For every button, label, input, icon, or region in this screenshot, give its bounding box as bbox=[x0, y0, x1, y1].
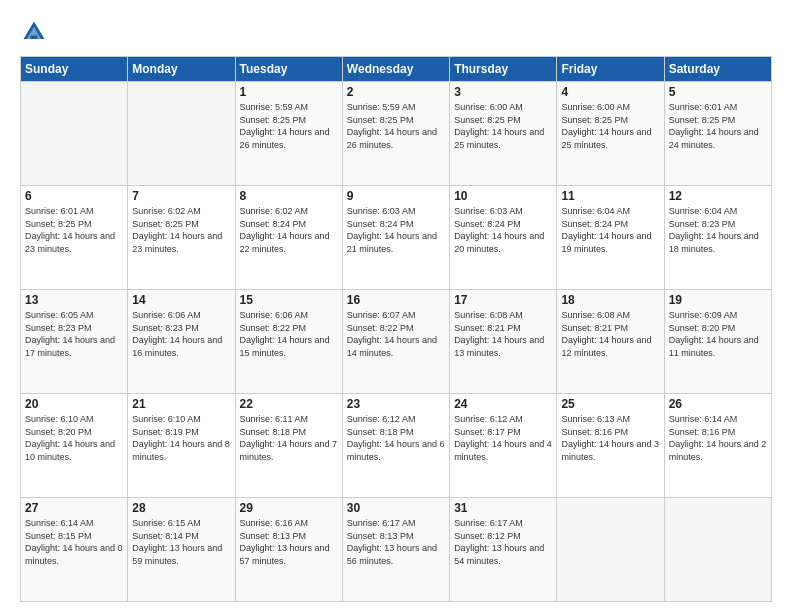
col-thursday: Thursday bbox=[450, 57, 557, 82]
table-row: 3Sunrise: 6:00 AM Sunset: 8:25 PM Daylig… bbox=[450, 82, 557, 186]
table-row: 20Sunrise: 6:10 AM Sunset: 8:20 PM Dayli… bbox=[21, 394, 128, 498]
col-monday: Monday bbox=[128, 57, 235, 82]
day-number: 27 bbox=[25, 501, 123, 515]
table-row: 7Sunrise: 6:02 AM Sunset: 8:25 PM Daylig… bbox=[128, 186, 235, 290]
calendar-week-row: 27Sunrise: 6:14 AM Sunset: 8:15 PM Dayli… bbox=[21, 498, 772, 602]
day-info: Sunrise: 6:12 AM Sunset: 8:17 PM Dayligh… bbox=[454, 413, 552, 463]
day-info: Sunrise: 6:02 AM Sunset: 8:24 PM Dayligh… bbox=[240, 205, 338, 255]
table-row bbox=[664, 498, 771, 602]
table-row: 26Sunrise: 6:14 AM Sunset: 8:16 PM Dayli… bbox=[664, 394, 771, 498]
day-info: Sunrise: 6:06 AM Sunset: 8:23 PM Dayligh… bbox=[132, 309, 230, 359]
day-number: 23 bbox=[347, 397, 445, 411]
day-info: Sunrise: 6:08 AM Sunset: 8:21 PM Dayligh… bbox=[454, 309, 552, 359]
calendar-week-row: 20Sunrise: 6:10 AM Sunset: 8:20 PM Dayli… bbox=[21, 394, 772, 498]
table-row: 31Sunrise: 6:17 AM Sunset: 8:12 PM Dayli… bbox=[450, 498, 557, 602]
day-number: 17 bbox=[454, 293, 552, 307]
day-info: Sunrise: 6:11 AM Sunset: 8:18 PM Dayligh… bbox=[240, 413, 338, 463]
table-row: 24Sunrise: 6:12 AM Sunset: 8:17 PM Dayli… bbox=[450, 394, 557, 498]
day-number: 14 bbox=[132, 293, 230, 307]
table-row: 5Sunrise: 6:01 AM Sunset: 8:25 PM Daylig… bbox=[664, 82, 771, 186]
day-number: 24 bbox=[454, 397, 552, 411]
logo bbox=[20, 18, 52, 46]
table-row: 22Sunrise: 6:11 AM Sunset: 8:18 PM Dayli… bbox=[235, 394, 342, 498]
table-row: 2Sunrise: 5:59 AM Sunset: 8:25 PM Daylig… bbox=[342, 82, 449, 186]
col-tuesday: Tuesday bbox=[235, 57, 342, 82]
table-row: 21Sunrise: 6:10 AM Sunset: 8:19 PM Dayli… bbox=[128, 394, 235, 498]
day-number: 9 bbox=[347, 189, 445, 203]
table-row: 29Sunrise: 6:16 AM Sunset: 8:13 PM Dayli… bbox=[235, 498, 342, 602]
calendar-week-row: 6Sunrise: 6:01 AM Sunset: 8:25 PM Daylig… bbox=[21, 186, 772, 290]
day-number: 12 bbox=[669, 189, 767, 203]
day-number: 6 bbox=[25, 189, 123, 203]
day-number: 26 bbox=[669, 397, 767, 411]
table-row: 28Sunrise: 6:15 AM Sunset: 8:14 PM Dayli… bbox=[128, 498, 235, 602]
day-info: Sunrise: 6:12 AM Sunset: 8:18 PM Dayligh… bbox=[347, 413, 445, 463]
table-row: 27Sunrise: 6:14 AM Sunset: 8:15 PM Dayli… bbox=[21, 498, 128, 602]
calendar-header-row: Sunday Monday Tuesday Wednesday Thursday… bbox=[21, 57, 772, 82]
day-info: Sunrise: 6:00 AM Sunset: 8:25 PM Dayligh… bbox=[561, 101, 659, 151]
day-number: 28 bbox=[132, 501, 230, 515]
day-info: Sunrise: 6:04 AM Sunset: 8:23 PM Dayligh… bbox=[669, 205, 767, 255]
day-info: Sunrise: 6:01 AM Sunset: 8:25 PM Dayligh… bbox=[25, 205, 123, 255]
day-info: Sunrise: 6:07 AM Sunset: 8:22 PM Dayligh… bbox=[347, 309, 445, 359]
table-row: 18Sunrise: 6:08 AM Sunset: 8:21 PM Dayli… bbox=[557, 290, 664, 394]
day-number: 22 bbox=[240, 397, 338, 411]
day-info: Sunrise: 6:15 AM Sunset: 8:14 PM Dayligh… bbox=[132, 517, 230, 567]
header bbox=[20, 18, 772, 46]
day-info: Sunrise: 6:10 AM Sunset: 8:20 PM Dayligh… bbox=[25, 413, 123, 463]
table-row bbox=[557, 498, 664, 602]
day-info: Sunrise: 6:03 AM Sunset: 8:24 PM Dayligh… bbox=[347, 205, 445, 255]
day-number: 25 bbox=[561, 397, 659, 411]
day-info: Sunrise: 6:16 AM Sunset: 8:13 PM Dayligh… bbox=[240, 517, 338, 567]
day-info: Sunrise: 6:02 AM Sunset: 8:25 PM Dayligh… bbox=[132, 205, 230, 255]
day-number: 18 bbox=[561, 293, 659, 307]
day-info: Sunrise: 6:17 AM Sunset: 8:13 PM Dayligh… bbox=[347, 517, 445, 567]
day-number: 10 bbox=[454, 189, 552, 203]
day-number: 19 bbox=[669, 293, 767, 307]
table-row: 4Sunrise: 6:00 AM Sunset: 8:25 PM Daylig… bbox=[557, 82, 664, 186]
day-number: 21 bbox=[132, 397, 230, 411]
day-number: 13 bbox=[25, 293, 123, 307]
table-row: 6Sunrise: 6:01 AM Sunset: 8:25 PM Daylig… bbox=[21, 186, 128, 290]
calendar-week-row: 1Sunrise: 5:59 AM Sunset: 8:25 PM Daylig… bbox=[21, 82, 772, 186]
day-info: Sunrise: 6:13 AM Sunset: 8:16 PM Dayligh… bbox=[561, 413, 659, 463]
day-number: 3 bbox=[454, 85, 552, 99]
table-row: 8Sunrise: 6:02 AM Sunset: 8:24 PM Daylig… bbox=[235, 186, 342, 290]
table-row: 30Sunrise: 6:17 AM Sunset: 8:13 PM Dayli… bbox=[342, 498, 449, 602]
col-sunday: Sunday bbox=[21, 57, 128, 82]
table-row bbox=[128, 82, 235, 186]
calendar-table: Sunday Monday Tuesday Wednesday Thursday… bbox=[20, 56, 772, 602]
table-row: 16Sunrise: 6:07 AM Sunset: 8:22 PM Dayli… bbox=[342, 290, 449, 394]
day-info: Sunrise: 6:14 AM Sunset: 8:16 PM Dayligh… bbox=[669, 413, 767, 463]
table-row: 19Sunrise: 6:09 AM Sunset: 8:20 PM Dayli… bbox=[664, 290, 771, 394]
day-info: Sunrise: 6:06 AM Sunset: 8:22 PM Dayligh… bbox=[240, 309, 338, 359]
table-row: 15Sunrise: 6:06 AM Sunset: 8:22 PM Dayli… bbox=[235, 290, 342, 394]
logo-icon bbox=[20, 18, 48, 46]
day-info: Sunrise: 6:03 AM Sunset: 8:24 PM Dayligh… bbox=[454, 205, 552, 255]
day-number: 16 bbox=[347, 293, 445, 307]
svg-rect-2 bbox=[31, 36, 38, 40]
table-row: 25Sunrise: 6:13 AM Sunset: 8:16 PM Dayli… bbox=[557, 394, 664, 498]
table-row: 23Sunrise: 6:12 AM Sunset: 8:18 PM Dayli… bbox=[342, 394, 449, 498]
day-info: Sunrise: 6:10 AM Sunset: 8:19 PM Dayligh… bbox=[132, 413, 230, 463]
day-info: Sunrise: 6:00 AM Sunset: 8:25 PM Dayligh… bbox=[454, 101, 552, 151]
day-number: 1 bbox=[240, 85, 338, 99]
day-info: Sunrise: 6:14 AM Sunset: 8:15 PM Dayligh… bbox=[25, 517, 123, 567]
table-row bbox=[21, 82, 128, 186]
table-row: 10Sunrise: 6:03 AM Sunset: 8:24 PM Dayli… bbox=[450, 186, 557, 290]
day-number: 15 bbox=[240, 293, 338, 307]
day-number: 4 bbox=[561, 85, 659, 99]
day-number: 2 bbox=[347, 85, 445, 99]
day-number: 8 bbox=[240, 189, 338, 203]
page: Sunday Monday Tuesday Wednesday Thursday… bbox=[0, 0, 792, 612]
table-row: 12Sunrise: 6:04 AM Sunset: 8:23 PM Dayli… bbox=[664, 186, 771, 290]
day-number: 20 bbox=[25, 397, 123, 411]
table-row: 13Sunrise: 6:05 AM Sunset: 8:23 PM Dayli… bbox=[21, 290, 128, 394]
day-info: Sunrise: 6:17 AM Sunset: 8:12 PM Dayligh… bbox=[454, 517, 552, 567]
table-row: 14Sunrise: 6:06 AM Sunset: 8:23 PM Dayli… bbox=[128, 290, 235, 394]
day-info: Sunrise: 5:59 AM Sunset: 8:25 PM Dayligh… bbox=[240, 101, 338, 151]
table-row: 1Sunrise: 5:59 AM Sunset: 8:25 PM Daylig… bbox=[235, 82, 342, 186]
day-info: Sunrise: 6:04 AM Sunset: 8:24 PM Dayligh… bbox=[561, 205, 659, 255]
day-info: Sunrise: 6:09 AM Sunset: 8:20 PM Dayligh… bbox=[669, 309, 767, 359]
day-number: 30 bbox=[347, 501, 445, 515]
